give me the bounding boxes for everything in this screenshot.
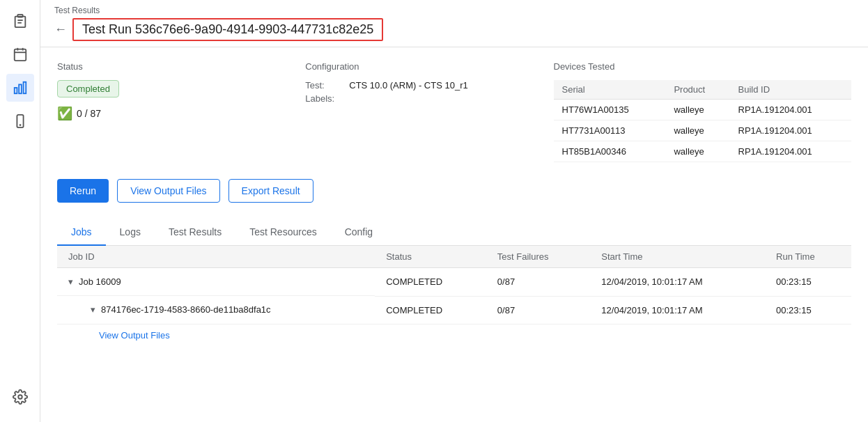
device-serial: HT85B1A00346 <box>554 141 666 162</box>
config-block: Configuration Test: CTS 10.0 (ARM) - CTS… <box>305 61 553 162</box>
devices-table: Serial Product Build ID HT76W1A00135 wal… <box>554 80 852 162</box>
col-job-id: Job ID <box>57 246 375 268</box>
svg-rect-9 <box>19 84 22 93</box>
config-test-label: Test: <box>305 80 343 91</box>
devices-col-serial: Serial <box>554 80 666 100</box>
device-build: RP1A.191204.001 <box>730 141 851 162</box>
tab-jobs[interactable]: Jobs <box>57 219 106 246</box>
view-output-files-link[interactable]: View Output Files <box>57 325 851 346</box>
job-id-cell: ▾ Job 16009 <box>57 268 375 296</box>
tabs: JobsLogsTest ResultsTest ResourcesConfig <box>57 219 851 246</box>
svg-rect-4 <box>14 49 26 61</box>
title-row: ← Test Run 536c76e6-9a90-4914-9903-44773… <box>54 18 854 47</box>
device-serial: HT76W1A00135 <box>554 100 666 120</box>
devices-col-build: Build ID <box>730 80 851 100</box>
device-build: RP1A.191204.001 <box>730 100 851 120</box>
job-id-label: Job 16009 <box>79 276 121 287</box>
svg-rect-10 <box>23 82 26 94</box>
device-row: HT7731A00113 walleye RP1A.191204.001 <box>554 120 852 141</box>
devices-block: Devices Tested Serial Product Build ID H… <box>554 61 852 162</box>
sub-job-run-time: 00:23:15 <box>765 296 851 324</box>
status-badge: Completed <box>57 80 119 97</box>
sidebar-chart-icon[interactable] <box>6 74 34 102</box>
view-output-button[interactable]: View Output Files <box>117 179 219 203</box>
sub-job-row: ▾ 874176ec-1719-4583-8660-de11ba8dfa1c C… <box>57 296 851 324</box>
action-buttons: Rerun View Output Files Export Result <box>57 179 851 203</box>
jobs-table: Job ID Status Test Failures Start Time R… <box>57 246 851 325</box>
devices-title: Devices Tested <box>554 61 852 72</box>
job-run-time: 00:23:15 <box>765 268 851 297</box>
svg-point-13 <box>18 395 22 399</box>
col-run-time: Run Time <box>765 246 851 268</box>
job-failures: 0/87 <box>486 268 590 297</box>
config-test-value: CTS 10.0 (ARM) - CTS 10_r1 <box>349 80 468 91</box>
device-product: walleye <box>665 100 729 120</box>
expand-icon[interactable]: ▾ <box>68 276 73 287</box>
header: Test Results ← Test Run 536c76e6-9a90-49… <box>40 0 868 47</box>
job-start-time: 12/04/2019, 10:01:17 AM <box>590 268 765 297</box>
job-row: ▾ Job 16009 COMPLETED 0/87 12/04/2019, 1… <box>57 268 851 297</box>
device-row: HT76W1A00135 walleye RP1A.191204.001 <box>554 100 852 120</box>
tab-test-results[interactable]: Test Results <box>155 219 235 246</box>
rerun-button[interactable]: Rerun <box>57 179 109 203</box>
export-button[interactable]: Export Result <box>228 179 313 203</box>
status-title: Status <box>57 61 305 72</box>
job-status: COMPLETED <box>375 268 486 297</box>
col-start-time: Start Time <box>590 246 765 268</box>
devices-col-product: Product <box>665 80 729 100</box>
sidebar <box>0 0 40 422</box>
config-labels-row: Labels: <box>305 93 553 104</box>
col-failures: Test Failures <box>486 246 590 268</box>
col-status: Status <box>375 246 486 268</box>
device-build: RP1A.191204.001 <box>730 120 851 141</box>
tab-logs[interactable]: Logs <box>106 219 155 246</box>
page-title: Test Run 536c76e6-9a90-4914-9903-447731c… <box>72 18 383 41</box>
tab-test-resources[interactable]: Test Resources <box>235 219 330 246</box>
config-title: Configuration <box>305 61 553 72</box>
tab-config[interactable]: Config <box>331 219 387 246</box>
pass-icon: ✅ <box>57 106 72 121</box>
sub-job-id-label: 874176ec-1719-4583-8660-de11ba8dfa1c <box>101 304 271 315</box>
sub-job-status: COMPLETED <box>375 296 486 324</box>
config-test-row: Test: CTS 10.0 (ARM) - CTS 10_r1 <box>305 80 553 91</box>
info-section: Status Completed ✅ 0 / 87 Configuration … <box>57 61 851 162</box>
svg-rect-8 <box>14 88 17 93</box>
back-button[interactable]: ← <box>54 22 67 37</box>
sidebar-phone-icon[interactable] <box>6 107 34 135</box>
status-block: Status Completed ✅ 0 / 87 <box>57 61 305 162</box>
main-content: Test Results ← Test Run 536c76e6-9a90-49… <box>40 0 868 422</box>
sidebar-clipboard-icon[interactable] <box>6 7 34 35</box>
sub-job-failures: 0/87 <box>486 296 590 324</box>
pass-count-text: 0 / 87 <box>77 108 101 119</box>
sub-job-id-cell: ▾ 874176ec-1719-4583-8660-de11ba8dfa1c <box>57 296 375 324</box>
sub-expand-icon[interactable]: ▾ <box>91 304 95 315</box>
sub-job-start-time: 12/04/2019, 10:01:17 AM <box>590 296 765 324</box>
breadcrumb: Test Results <box>54 6 854 15</box>
pass-count-row: ✅ 0 / 87 <box>57 106 305 121</box>
device-serial: HT7731A00113 <box>554 120 666 141</box>
svg-rect-1 <box>15 17 25 28</box>
device-product: walleye <box>665 120 729 141</box>
config-labels-label: Labels: <box>305 93 343 104</box>
sidebar-calendar-icon[interactable] <box>6 40 34 68</box>
device-product: walleye <box>665 141 729 162</box>
content-area: Status Completed ✅ 0 / 87 Configuration … <box>40 47 868 422</box>
sidebar-settings-icon[interactable] <box>6 383 34 411</box>
device-row: HT85B1A00346 walleye RP1A.191204.001 <box>554 141 852 162</box>
